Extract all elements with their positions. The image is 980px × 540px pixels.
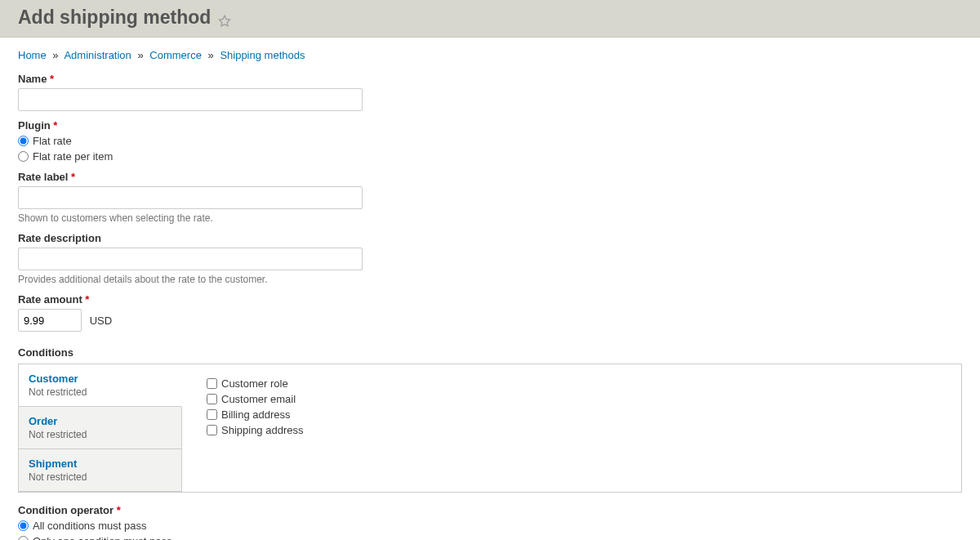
page-header: Add shipping method <box>0 0 980 38</box>
name-input[interactable] <box>18 88 363 111</box>
tab-title: Shipment <box>29 457 172 470</box>
breadcrumb-home[interactable]: Home <box>18 49 47 61</box>
plugin-flat-rate-per-item-label[interactable]: Flat rate per item <box>33 150 113 163</box>
condition-billing-address-label[interactable]: Billing address <box>221 408 291 421</box>
conditions-tab-shipment[interactable]: Shipment Not restricted <box>19 449 181 492</box>
name-label: Name * <box>18 73 962 85</box>
condition-operator-all-label[interactable]: All conditions must pass <box>33 520 146 532</box>
rate-description-label: Rate description <box>18 232 962 244</box>
breadcrumb-separator: » <box>137 49 143 61</box>
rate-description-input[interactable] <box>18 248 363 270</box>
rate-label-input[interactable] <box>18 186 363 209</box>
condition-customer-email-label[interactable]: Customer email <box>221 393 296 405</box>
breadcrumb: Home » Administration » Commerce » Shipp… <box>18 49 962 61</box>
conditions-box: Customer Not restricted Order Not restri… <box>18 364 962 493</box>
breadcrumb-separator: » <box>208 49 214 61</box>
rate-label-description: Shown to customers when selecting the ra… <box>18 212 962 224</box>
breadcrumb-commerce[interactable]: Commerce <box>149 49 202 61</box>
tab-summary: Not restricted <box>29 429 172 440</box>
plugin-flat-rate-per-item-radio[interactable] <box>18 151 29 162</box>
condition-operator-one-label[interactable]: Only one condition must pass <box>33 535 172 540</box>
conditions-tab-order[interactable]: Order Not restricted <box>19 407 181 449</box>
plugin-flat-rate-label[interactable]: Flat rate <box>33 135 72 147</box>
tab-title: Customer <box>29 373 172 385</box>
conditions-tab-content: Customer role Customer email Billing add… <box>182 364 961 492</box>
condition-customer-role-label[interactable]: Customer role <box>221 377 288 390</box>
conditions-tab-customer[interactable]: Customer Not restricted <box>19 364 182 407</box>
tab-summary: Not restricted <box>29 386 172 398</box>
page-title: Add shipping method <box>18 7 211 29</box>
rate-amount-label: Rate amount * <box>18 293 962 306</box>
breadcrumb-separator: » <box>52 49 58 61</box>
condition-shipping-address-label[interactable]: Shipping address <box>221 424 303 436</box>
breadcrumb-shipping-methods[interactable]: Shipping methods <box>220 49 305 61</box>
condition-operator-one-radio[interactable] <box>18 536 29 540</box>
conditions-tabs: Customer Not restricted Order Not restri… <box>19 364 182 492</box>
conditions-label: Conditions <box>18 346 962 359</box>
condition-billing-address-checkbox[interactable] <box>207 409 217 420</box>
star-outline-icon[interactable] <box>217 14 232 29</box>
plugin-label: Plugin * <box>18 119 962 132</box>
condition-operator-label: Condition operator * <box>18 504 962 516</box>
condition-customer-role-checkbox[interactable] <box>207 378 217 389</box>
rate-label-label: Rate label * <box>18 171 962 183</box>
rate-amount-input[interactable] <box>18 309 82 332</box>
tab-summary: Not restricted <box>29 471 172 483</box>
rate-amount-currency: USD <box>90 315 112 327</box>
rate-description-description: Provides additional details about the ra… <box>18 274 962 285</box>
tab-title: Order <box>29 415 172 427</box>
plugin-flat-rate-radio[interactable] <box>18 136 29 146</box>
condition-customer-email-checkbox[interactable] <box>207 394 217 404</box>
condition-operator-all-radio[interactable] <box>18 520 29 531</box>
breadcrumb-administration[interactable]: Administration <box>64 49 131 61</box>
condition-shipping-address-checkbox[interactable] <box>207 425 217 435</box>
